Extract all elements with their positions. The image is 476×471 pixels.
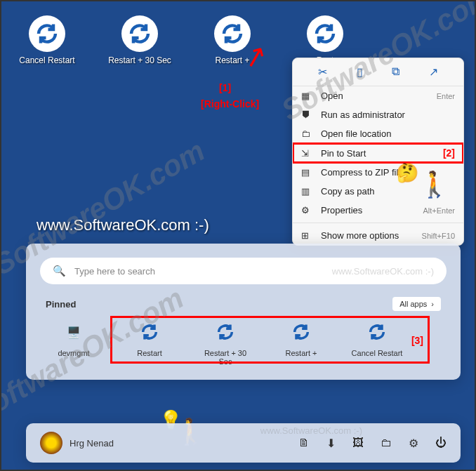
user-name: Hrg Nenad xyxy=(70,438,114,449)
pinned-restart-30[interactable]: Restart + 30 Sec xyxy=(197,319,253,366)
refresh-icon xyxy=(29,15,65,52)
all-apps-button[interactable]: All apps › xyxy=(392,297,441,311)
desktop-icon-label: Cancel Restart xyxy=(19,55,74,65)
open-icon: ▦ xyxy=(301,91,314,101)
refresh-icon xyxy=(121,15,158,52)
annotation-right-click: [Right-Click] xyxy=(201,98,259,110)
desktop-icon-cancel-restart[interactable]: Cancel Restart xyxy=(15,15,79,65)
refresh-icon xyxy=(307,15,343,52)
pinned-devmgmt[interactable]: 🖥️ devmgmt xyxy=(46,319,102,366)
start-bottom-bar: www.SoftwareOK.com :-) Hrg Nenad 🗎 ⬇ 🖼 🗀… xyxy=(26,423,461,463)
context-menu: ✂ ▯ ⧉ ↗ ▦ Open Enter ⛊ Run as administra… xyxy=(292,58,464,246)
desktop-watermark-text: www.SoftwareOK.com :-) xyxy=(37,216,209,234)
cut-icon[interactable]: ✂ xyxy=(318,65,327,79)
pinned-restart[interactable]: Restart xyxy=(121,319,178,366)
divider xyxy=(293,223,463,223)
avatar xyxy=(40,432,62,454)
user-button[interactable]: Hrg Nenad xyxy=(40,432,298,454)
refresh-icon xyxy=(213,319,238,345)
pin-icon: ⇲ xyxy=(301,148,314,159)
stick-figure-thinking: 🤔🚶 xyxy=(396,156,450,185)
document-icon[interactable]: 🗎 xyxy=(298,437,310,450)
pictures-icon[interactable]: 🖼 xyxy=(352,437,364,450)
refresh-icon xyxy=(137,319,162,345)
path-icon: ▥ xyxy=(301,186,314,197)
pinned-restart-plus[interactable]: Restart + xyxy=(273,319,329,366)
refresh-icon xyxy=(289,319,314,345)
folder-icon[interactable]: 🗀 xyxy=(381,437,392,450)
menu-show-more[interactable]: ⊞ Show more options Shift+F10 xyxy=(293,226,463,245)
settings-icon[interactable]: ⚙ xyxy=(409,437,418,450)
properties-icon: ⚙ xyxy=(301,205,314,215)
menu-open[interactable]: ▦ Open Enter xyxy=(293,86,463,105)
refresh-icon xyxy=(364,319,390,345)
folder-icon: 🗀 xyxy=(301,128,314,139)
search-icon: 🔍 xyxy=(53,265,66,277)
menu-run-admin[interactable]: ⛊ Run as administrator xyxy=(293,105,463,124)
chevron-right-icon: › xyxy=(431,300,434,308)
search-placeholder: Type here to search xyxy=(74,266,332,277)
more-icon: ⊞ xyxy=(301,230,314,241)
menu-open-location[interactable]: 🗀 Open file location xyxy=(293,124,463,143)
pinned-cancel-restart[interactable]: Cancel Restart xyxy=(349,319,405,366)
devmgmt-icon: 🖥️ xyxy=(61,319,86,345)
desktop-icon-restart-30[interactable]: Restart + 30 Sec xyxy=(108,15,171,65)
copy-icon[interactable]: ▯ xyxy=(357,65,363,79)
share-icon[interactable]: ↗ xyxy=(429,65,438,79)
rename-icon[interactable]: ⧉ xyxy=(392,65,399,79)
search-input[interactable]: 🔍 Type here to search www.SoftwareOK.com… xyxy=(40,258,447,284)
zip-icon: ▤ xyxy=(301,167,314,178)
download-icon[interactable]: ⬇ xyxy=(326,437,336,450)
annotation-3: [3] xyxy=(411,335,423,346)
menu-properties[interactable]: ⚙ Properties Alt+Enter xyxy=(293,201,463,220)
desktop-icon-label: Restart + 30 Sec xyxy=(108,55,171,65)
start-menu: 🔍 Type here to search www.SoftwareOK.com… xyxy=(26,244,461,380)
annotation-1: [1] xyxy=(219,82,231,93)
pinned-label: Pinned xyxy=(46,299,76,310)
shield-icon: ⛊ xyxy=(301,110,314,120)
power-icon[interactable]: ⏻ xyxy=(435,437,447,450)
